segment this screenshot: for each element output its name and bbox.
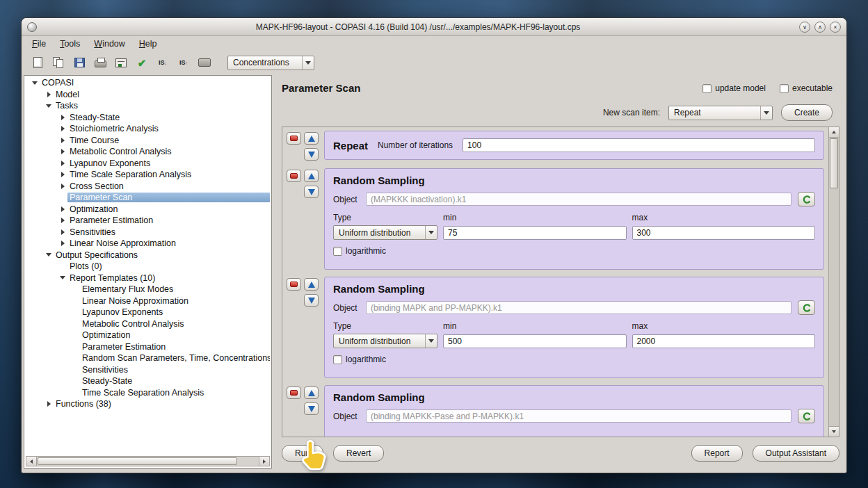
- tree-item-steady-state[interactable]: Steady-State: [26, 112, 270, 124]
- revert-button[interactable]: Revert: [333, 445, 384, 462]
- move-down-button[interactable]: [304, 186, 319, 198]
- tree-item-parameter-estimation[interactable]: Parameter Estimation: [26, 215, 270, 227]
- object-field[interactable]: (binding MAPK and PP-MAPKK).k1: [366, 301, 791, 314]
- tree-item-copasi[interactable]: COPASI: [26, 77, 270, 89]
- report-button[interactable]: Report: [691, 445, 743, 462]
- tree-item-rt-elementary-flux-modes[interactable]: Elementary Flux Modes: [26, 284, 270, 295]
- move-down-button[interactable]: [304, 402, 319, 415]
- save-button[interactable]: [70, 54, 88, 72]
- tree-item-parameter-scan[interactable]: Parameter Scan: [26, 192, 270, 204]
- move-up-button[interactable]: [304, 278, 319, 291]
- checkbox-icon[interactable]: [702, 84, 712, 93]
- chevron-down-icon[interactable]: [302, 56, 314, 70]
- tree-horizontal-scrollbar[interactable]: [26, 456, 270, 466]
- new-scan-item-combo[interactable]: Repeat: [668, 106, 773, 120]
- tree-item-metabolic-control-analysis[interactable]: Metabolic Control Analysis: [26, 146, 270, 158]
- tree-item-functions[interactable]: Functions (38): [26, 398, 270, 410]
- tree-item-rt-linear-noise-approximation[interactable]: Linear Noise Approximation: [26, 295, 270, 307]
- is-upper-button[interactable]: IS↑: [175, 54, 193, 72]
- vertical-scrollbar[interactable]: [828, 127, 839, 437]
- scrollbar-track[interactable]: [37, 457, 259, 466]
- chevron-down-icon[interactable]: [760, 106, 772, 120]
- logarithmic-checkbox[interactable]: logarithmic: [333, 355, 386, 364]
- remove-item-button[interactable]: [287, 170, 301, 182]
- logarithmic-checkbox[interactable]: logarithmic: [333, 246, 386, 256]
- expand-arrow-icon[interactable]: [58, 218, 67, 223]
- slider-button[interactable]: [112, 54, 130, 72]
- object-field[interactable]: (MAPKKK inactivation).k1: [366, 193, 791, 206]
- check-model-button[interactable]: ✔: [133, 54, 151, 72]
- min-input[interactable]: [443, 334, 627, 348]
- scrollbar-thumb[interactable]: [38, 457, 237, 465]
- tree-item-rt-metabolic-control-analysis[interactable]: Metabolic Control Analysis: [26, 318, 270, 330]
- print-button[interactable]: [91, 54, 109, 72]
- output-assistant-button[interactable]: Output Assistant: [753, 445, 839, 462]
- object-select-button[interactable]: [798, 192, 815, 206]
- tree-item-rt-random-scan[interactable]: Random Scan Parameters, Time, Concentrat…: [26, 352, 270, 364]
- maximize-button[interactable]: ∧: [814, 22, 826, 33]
- expand-arrow-icon[interactable]: [44, 401, 54, 407]
- expand-arrow-icon[interactable]: [44, 104, 54, 108]
- tree-item-rt-lyapunov-exponents[interactable]: Lyapunov Exponents: [26, 307, 270, 318]
- distribution-combo[interactable]: Uniform distribution: [333, 225, 437, 240]
- tree-item-time-course[interactable]: Time Course: [26, 135, 270, 147]
- move-up-button[interactable]: [304, 132, 319, 145]
- object-field[interactable]: (binding MAPKK-Pase and P-MAPKK).k1: [366, 409, 791, 423]
- tree-item-optimization[interactable]: Optimization: [26, 204, 270, 215]
- remove-item-button[interactable]: [287, 278, 301, 291]
- menu-window[interactable]: Window: [88, 38, 131, 50]
- expand-arrow-icon[interactable]: [58, 206, 67, 212]
- create-button[interactable]: Create: [781, 104, 833, 121]
- titlebar[interactable]: MAPK-HF96-layout - COPASI 4.16 (Build 10…: [22, 18, 846, 36]
- scroll-left-button[interactable]: [26, 457, 37, 466]
- tree-item-rt-optimization[interactable]: Optimization: [26, 330, 270, 341]
- menu-tools[interactable]: Tools: [54, 38, 86, 50]
- scrollbar-track[interactable]: [829, 138, 839, 426]
- tree-item-lyapunov-exponents[interactable]: Lyapunov Exponents: [26, 158, 270, 170]
- chevron-down-icon[interactable]: [425, 334, 437, 348]
- tree-item-rt-sensitivities[interactable]: Sensitivities: [26, 364, 270, 376]
- expand-arrow-icon[interactable]: [58, 276, 67, 279]
- tree-item-rt-parameter-estimation[interactable]: Parameter Estimation: [26, 341, 270, 353]
- remove-item-button[interactable]: [287, 132, 301, 145]
- tree-item-rt-time-scale-separation[interactable]: Time Scale Separation Analysis: [26, 387, 270, 399]
- tree-item-cross-section[interactable]: Cross Section: [26, 181, 270, 193]
- tree-item-output-specifications[interactable]: Output Specifications: [26, 250, 270, 261]
- expand-arrow-icon[interactable]: [58, 241, 67, 246]
- max-input[interactable]: [632, 334, 816, 348]
- tree-item-tasks[interactable]: Tasks: [26, 100, 270, 112]
- new-file-button[interactable]: [29, 54, 47, 72]
- expand-arrow-icon[interactable]: [58, 184, 67, 189]
- tree-item-model[interactable]: Model: [26, 89, 270, 101]
- scroll-down-button[interactable]: [829, 426, 839, 437]
- copy-button[interactable]: [49, 54, 67, 72]
- object-select-button[interactable]: [798, 409, 815, 423]
- concentrations-combo[interactable]: Concentrations: [227, 56, 314, 70]
- object-select-button[interactable]: [798, 300, 815, 315]
- close-button[interactable]: ×: [830, 22, 841, 33]
- expand-arrow-icon[interactable]: [58, 229, 67, 235]
- executable-checkbox[interactable]: executable: [780, 83, 833, 93]
- capture-button[interactable]: [195, 54, 214, 72]
- menu-help[interactable]: Help: [133, 38, 163, 50]
- expand-arrow-icon[interactable]: [58, 138, 67, 143]
- move-up-button[interactable]: [304, 170, 319, 182]
- checkbox-icon[interactable]: [780, 84, 789, 93]
- tree-item-rt-steady-state[interactable]: Steady-State: [26, 375, 270, 387]
- tree-item-plots[interactable]: Plots (0): [26, 261, 270, 273]
- expand-arrow-icon[interactable]: [58, 126, 67, 131]
- expand-arrow-icon[interactable]: [58, 161, 67, 166]
- tree-item-stoichiometric-analysis[interactable]: Stoichiometric Analysis: [26, 123, 270, 135]
- is-lower-button[interactable]: IS↓: [154, 54, 172, 72]
- update-model-checkbox[interactable]: update model: [702, 83, 766, 93]
- move-down-button[interactable]: [304, 148, 319, 161]
- run-button[interactable]: Run: [282, 445, 323, 462]
- menu-file[interactable]: File: [26, 38, 52, 50]
- distribution-combo[interactable]: Uniform distribution: [333, 334, 437, 348]
- expand-arrow-icon[interactable]: [44, 92, 54, 97]
- max-input[interactable]: [632, 226, 816, 240]
- expand-arrow-icon[interactable]: [58, 149, 67, 154]
- tree-item-linear-noise-approximation[interactable]: Linear Noise Approximation: [26, 238, 270, 250]
- remove-item-button[interactable]: [287, 387, 301, 399]
- shade-button[interactable]: ∨: [799, 22, 810, 33]
